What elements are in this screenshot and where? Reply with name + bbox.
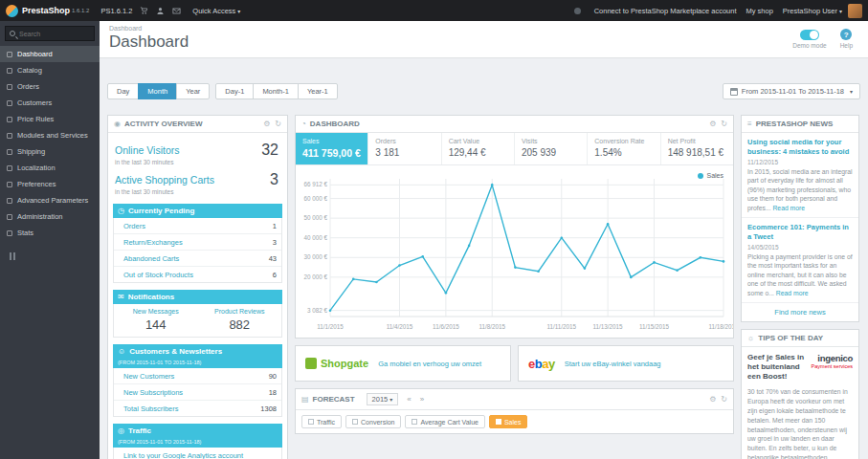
- google-analytics-row: Link to your Google Analytics account: [114, 448, 281, 459]
- customers-notification-icon[interactable]: [156, 7, 165, 15]
- gear-icon[interactable]: ⚙: [709, 395, 716, 404]
- active-carts-link[interactable]: Active Shopping Carts: [115, 174, 214, 186]
- forecast-legend-conversion[interactable]: Conversion: [345, 415, 401, 428]
- customers-rows: New Customers90 New Subscriptions18 Tota…: [113, 368, 282, 417]
- forecast-legend-sales[interactable]: Sales: [489, 415, 528, 428]
- shopgate-link[interactable]: Ga mobiel en verhoog uw omzet: [378, 360, 481, 368]
- news-headline[interactable]: Ecommerce 101: Payments in a Tweet: [747, 223, 853, 242]
- checkbox-icon: [352, 419, 358, 425]
- active-carts-stat: Active Shopping Carts in the last 30 min…: [113, 167, 282, 197]
- ebay-logo: ebay: [528, 357, 555, 371]
- news-panel-title: PRESTASHOP NEWS: [756, 120, 834, 128]
- kpi-cart-value[interactable]: Cart Value129,44 €: [442, 133, 515, 164]
- refresh-icon[interactable]: ↻: [275, 120, 281, 128]
- ebay-link[interactable]: Start uw eBay-winkel vandaag: [565, 360, 661, 368]
- tab-year[interactable]: Year: [176, 83, 210, 99]
- search-input[interactable]: [19, 31, 86, 37]
- ebay-module-card: ebay Start uw eBay-winkel vandaag: [518, 345, 734, 382]
- kpi-orders[interactable]: Orders3 181: [368, 133, 441, 164]
- sales-series-dot: [698, 173, 703, 179]
- kpi-conversion-rate[interactable]: Conversion Rate1.54%: [588, 133, 660, 164]
- activity-icon: ◉: [114, 120, 121, 128]
- home-icon: [7, 52, 12, 57]
- shop-name[interactable]: PS1.6.1.2: [100, 7, 132, 15]
- new-subscriptions-row: New Subscriptions18: [114, 384, 281, 401]
- book-icon: [7, 68, 12, 74]
- help-label: Help: [840, 42, 853, 49]
- news-icon: ≡: [747, 120, 752, 128]
- product-reviews-cell: Product Reviews 882: [198, 304, 282, 337]
- sidebar-item-advanced-parameters[interactable]: Advanced Parameters: [0, 192, 100, 208]
- sidebar-item-price-rules[interactable]: Price Rules: [0, 111, 100, 127]
- tab-month-1[interactable]: Month-1: [253, 83, 299, 99]
- my-shop-link[interactable]: My shop: [746, 7, 773, 15]
- sidebar-item-orders[interactable]: Orders: [0, 78, 100, 95]
- orders-notification-icon[interactable]: [140, 7, 148, 15]
- sidebar-item-catalog[interactable]: Catalog: [0, 62, 100, 78]
- previous-year-button[interactable]: «: [407, 395, 411, 404]
- checkbox-icon: [412, 419, 417, 425]
- google-analytics-link[interactable]: Link to your Google Analytics account: [123, 451, 243, 459]
- kpi-net-profit[interactable]: Net Profit148 918,51 €: [661, 133, 733, 164]
- svg-text:11/18/2015: 11/18/2015: [708, 323, 733, 330]
- dashboard-panel-title: DASHBOARD: [310, 120, 360, 128]
- sidebar-item-modules-and-services[interactable]: Modules and Services: [0, 127, 100, 143]
- sidebar-item-customers[interactable]: Customers: [0, 95, 100, 111]
- activity-panel-title: ACTIVITY OVERVIEW: [124, 120, 203, 128]
- refresh-icon[interactable]: ↻: [721, 395, 727, 404]
- calendar-icon: [730, 88, 738, 96]
- forecast-panel-title: FORECAST: [313, 395, 355, 404]
- gear-icon[interactable]: ⚙: [709, 120, 716, 128]
- online-visitors-link[interactable]: Online Visitors: [115, 144, 180, 156]
- user-avatar[interactable]: [848, 4, 862, 18]
- tab-day-1[interactable]: Day-1: [215, 83, 254, 99]
- kpi-sales[interactable]: Sales411 759,00 €: [296, 133, 368, 164]
- pending-section-header: ◷ Currently Pending: [113, 204, 282, 218]
- forecast-year-select[interactable]: 2015: [367, 393, 399, 405]
- tab-month[interactable]: Month: [138, 83, 177, 99]
- read-more-link[interactable]: Read more: [772, 205, 805, 211]
- gear-icon[interactable]: ⚙: [263, 120, 270, 128]
- next-year-button[interactable]: »: [420, 395, 424, 404]
- sidebar-item-preferences[interactable]: Preferences: [0, 176, 100, 192]
- tips-panel-title: TIPS OF THE DAY: [758, 334, 823, 342]
- tab-day[interactable]: Day: [107, 83, 139, 99]
- pending-row-abandoned-carts: Abandoned Carts43: [114, 251, 281, 267]
- active-carts-sub: in the last 30 minutes: [115, 188, 280, 195]
- marketplace-link[interactable]: Connect to PrestaShop Marketplace accoun…: [594, 7, 737, 15]
- stats-icon: [7, 230, 12, 236]
- sidebar-item-dashboard[interactable]: Dashboard: [0, 46, 100, 62]
- messages-notification-icon[interactable]: [172, 7, 181, 15]
- forecast-legend-average-cart-value[interactable]: Average Cart Value: [405, 415, 484, 428]
- forecast-legend-traffic[interactable]: Traffic: [301, 415, 342, 428]
- svg-text:50 000 €: 50 000 €: [303, 214, 327, 221]
- svg-text:11/4/2015: 11/4/2015: [387, 323, 413, 330]
- tab-year-1[interactable]: Year-1: [298, 83, 338, 99]
- date-range-picker[interactable]: From 2015-11-01 To 2015-11-18: [723, 83, 860, 99]
- demo-mode-toggle[interactable]: [800, 30, 819, 40]
- sidebar-item-administration[interactable]: Administration: [0, 208, 100, 225]
- new-messages-link[interactable]: New Messages: [116, 308, 196, 315]
- user-menu[interactable]: PrestaShop User: [783, 7, 842, 15]
- kpi-visits[interactable]: Visits205 939: [515, 133, 588, 164]
- sidebar-item-localization[interactable]: Localization: [0, 160, 100, 176]
- news-headline[interactable]: Using social media for your business: 4 …: [747, 138, 853, 157]
- quick-access-menu[interactable]: Quick Access: [192, 7, 240, 15]
- help-icon[interactable]: [840, 29, 852, 40]
- svg-text:11/11/2015: 11/11/2015: [546, 323, 576, 330]
- product-reviews-link[interactable]: Product Reviews: [200, 308, 280, 315]
- read-more-link[interactable]: Read more: [776, 290, 809, 296]
- active-carts-value: 3: [270, 171, 278, 188]
- traffic-rows: Link to your Google Analytics account: [113, 448, 282, 459]
- sidebar-item-stats[interactable]: Stats: [0, 225, 100, 241]
- pending-row-orders: Orders1: [114, 218, 281, 234]
- sidebar-search[interactable]: [5, 26, 95, 41]
- gear-icon: [7, 182, 12, 187]
- chart-legend[interactable]: Sales: [698, 172, 723, 179]
- svg-text:11/8/2015: 11/8/2015: [479, 323, 505, 330]
- find-more-news-link[interactable]: Find more news: [742, 303, 858, 321]
- sidebar-item-shipping[interactable]: Shipping: [0, 143, 100, 160]
- refresh-icon[interactable]: ↻: [721, 120, 727, 128]
- sidebar-collapse-button[interactable]: [10, 252, 100, 260]
- news-article: Ecommerce 101: Payments in a Tweet 14/05…: [742, 218, 858, 303]
